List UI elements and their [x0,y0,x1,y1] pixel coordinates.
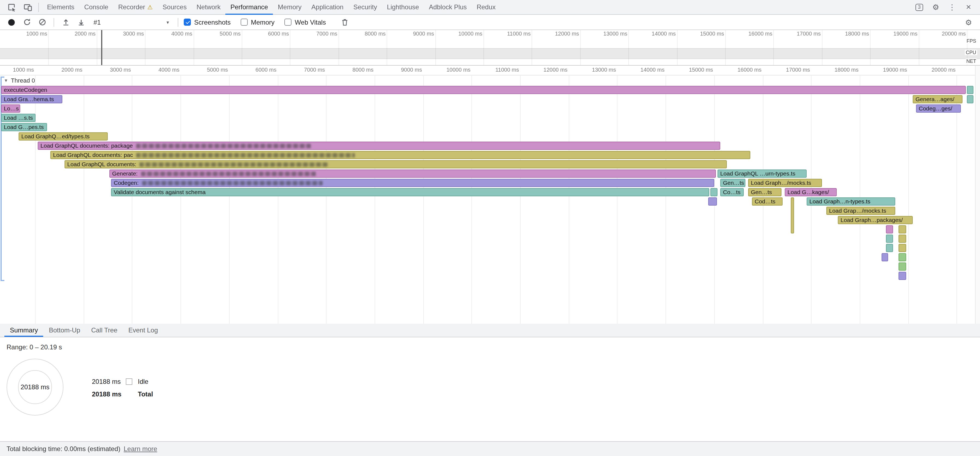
checkbox-screenshots[interactable]: Screenshots [184,18,231,26]
flame-event[interactable]: Gen…ts [720,179,745,187]
flame-event[interactable] [899,225,906,234]
flame-chart[interactable]: 1000 ms2000 ms3000 ms4000 ms5000 ms6000 … [0,66,980,324]
flame-event[interactable]: Genera…ages/ [913,95,963,103]
console-messages-badge[interactable]: 3 [913,1,925,13]
flame-event[interactable] [967,86,974,94]
flame-event-label: Co…ts [723,189,740,195]
flame-event[interactable] [886,244,893,252]
timeline-tick-label: 1000 ms [7,31,47,37]
flame-event[interactable] [791,197,794,234]
tab-lighthouse[interactable]: Lighthouse [382,0,424,14]
history-dropdown[interactable]: #1 ▾ [90,16,172,28]
flame-event[interactable]: Gen…ts [748,188,781,196]
flame-event[interactable]: Codegen: [111,179,714,187]
timeline-overview[interactable]: 1000 ms2000 ms3000 ms4000 ms5000 ms6000 … [0,30,980,66]
more-menu-icon[interactable]: ⋮ [946,1,958,13]
tab-application[interactable]: Application [307,0,348,14]
flame-event[interactable]: Cod…ts [752,197,783,206]
reload-and-record-button[interactable] [21,16,33,28]
tab-recorder[interactable]: Recorder⚠ [113,0,158,14]
tab-memory[interactable]: Memory [273,0,307,14]
flame-event[interactable]: Load Grap…/mocks.ts [826,207,895,215]
redacted-text [140,162,328,167]
flame-event[interactable]: Load GraphQL documents: package [38,141,720,150]
flame-event[interactable]: Load GraphQ…ed/types.ts [19,132,108,140]
flame-event[interactable]: Load Graph…packages/ [838,216,913,224]
checkbox-box [240,19,247,26]
tab-security[interactable]: Security [348,0,382,14]
lane-label-net: NET [965,59,977,64]
flame-event[interactable]: Load Graph…n-types.ts [807,197,895,206]
redacted-text [136,144,311,148]
flame-event[interactable] [967,95,974,103]
drawer-tab-summary[interactable]: Summary [5,324,43,337]
settings-gear-icon[interactable]: ⚙ [930,1,942,13]
redacted-text [142,181,322,185]
flame-event[interactable]: Load G…pes.ts [1,123,47,131]
timeline-tick-label: 17000 ms [780,31,821,37]
learn-more-link[interactable]: Learn more [124,445,157,453]
flame-event-label: Load GraphQ…ed/types.ts [21,133,90,140]
flame-event[interactable]: Load Graph…/mocks.ts [748,179,822,187]
flame-event[interactable]: Validate documents against schema [111,188,709,196]
tab-sources[interactable]: Sources [158,0,192,14]
record-button[interactable] [5,16,18,28]
overview-marker-line [101,30,102,65]
flame-event[interactable] [899,253,906,261]
tab-elements[interactable]: Elements [42,0,79,14]
flame-event[interactable] [886,225,893,234]
tab-adblock-plus[interactable]: Adblock Plus [424,0,472,14]
flame-event[interactable]: Generate: [110,170,716,178]
grid-line [339,30,339,65]
flame-event[interactable]: Codeg…ges/ [916,105,961,113]
clear-recording-button[interactable] [36,16,48,28]
timeline-tick-label: 6000 ms [248,31,289,37]
grid-line [677,30,678,65]
checkbox-label: Memory [251,18,275,26]
drawer-tab-event-log[interactable]: Event Log [123,324,163,337]
flame-event[interactable]: Load GraphQL …urn-types.ts [718,170,807,178]
collapse-triangle-icon: ▼ [4,78,8,83]
flame-event[interactable] [886,235,893,243]
drawer-tab-bottom-up[interactable]: Bottom-Up [43,324,86,337]
capture-settings-gear-icon[interactable]: ⚙ [963,16,975,28]
thread-group-header[interactable]: ▼ Thread 0 [4,77,35,84]
delete-recording-button[interactable] [339,16,351,28]
flame-event[interactable] [881,253,888,261]
timeline-tick-label: 5000 ms [200,31,240,37]
flame-event[interactable] [708,197,717,206]
inspect-element-icon[interactable] [5,1,18,13]
flame-event[interactable] [899,235,906,243]
tab-label: Security [353,3,377,11]
save-profile-button[interactable] [75,16,87,28]
flame-event[interactable] [899,262,906,271]
close-devtools-icon[interactable]: × [963,1,975,13]
timeline-tick-label: 12000 ms [539,31,579,37]
flame-event[interactable]: Co…ts [720,188,744,196]
checkbox-web-vitals[interactable]: Web Vitals [285,18,326,26]
flame-event[interactable]: Load GraphQL documents: [65,160,727,168]
load-profile-button[interactable] [60,16,72,28]
checkbox-memory[interactable]: Memory [240,18,275,26]
net-lane [0,59,980,66]
tab-console[interactable]: Console [79,0,113,14]
flame-event-label: Load GraphQL documents: [67,161,137,167]
device-toolbar-icon[interactable] [22,1,34,13]
tab-label: Redux [477,3,495,11]
flame-event[interactable]: Lo…s [1,105,20,113]
flame-event[interactable]: executeCodegen [1,86,966,94]
flame-event[interactable] [899,244,906,252]
flame-event[interactable] [710,188,718,196]
tab-performance[interactable]: Performance [226,0,273,14]
timeline-tick-label: 10000 ms [442,31,482,37]
flame-event[interactable]: Load G…kages/ [785,188,837,196]
tab-redux[interactable]: Redux [472,0,500,14]
flame-event[interactable]: Load …s.ts [1,114,35,122]
tab-network[interactable]: Network [192,0,226,14]
flame-event[interactable]: Load Gra…hema.ts [1,95,62,103]
flame-event[interactable]: Load GraphQL documents: pac [50,151,750,159]
flame-event[interactable] [899,272,906,280]
drawer-tab-call-tree[interactable]: Call Tree [86,324,123,337]
tab-label: Performance [231,3,268,11]
legend-row: 20188 msIdle [92,375,153,388]
